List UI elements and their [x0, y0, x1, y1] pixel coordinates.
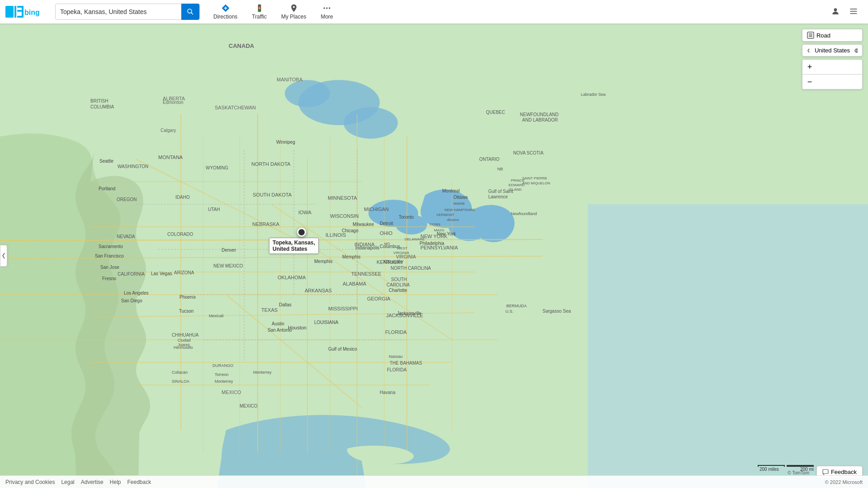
map-controls: Road United States + −	[802, 29, 863, 89]
svg-text:TEXAS: TEXAS	[261, 307, 278, 313]
svg-text:Milwaukee: Milwaukee	[353, 222, 374, 227]
svg-text:MISSISSIPPI: MISSISSIPPI	[328, 306, 358, 311]
svg-text:SOUTH: SOUTH	[391, 277, 407, 282]
svg-text:VERMONT: VERMONT	[436, 213, 454, 217]
svg-text:MINNESOTA: MINNESOTA	[328, 195, 357, 201]
zoom-out-button[interactable]: −	[802, 75, 817, 89]
nav-buttons: Directions Traffic My Places	[207, 2, 340, 22]
svg-point-20	[834, 8, 837, 11]
directions-label: Directions	[213, 14, 237, 20]
map-container[interactable]: CANADA ALBERTA SASKATCHEWAN MANITOBA BRI…	[0, 23, 868, 488]
bing-logo[interactable]: bing	[0, 5, 52, 19]
sidebar-collapse-button[interactable]	[0, 245, 7, 267]
traffic-label: Traffic	[252, 14, 267, 20]
my-places-label: My Places	[281, 14, 306, 20]
svg-text:WASHINGTON: WASHINGTON	[118, 164, 148, 169]
svg-rect-23	[850, 13, 857, 14]
svg-text:CALIFORNIA: CALIFORNIA	[118, 272, 145, 277]
svg-text:AND MIQUELON: AND MIQUELON	[522, 181, 550, 185]
svg-rect-3	[17, 10, 22, 12]
svg-text:Toronto: Toronto	[399, 215, 414, 220]
svg-text:Winnipeg: Winnipeg	[276, 140, 295, 145]
svg-text:Phoenix: Phoenix	[179, 295, 196, 300]
svg-text:•Boston: •Boston	[447, 218, 459, 222]
pin-label: Topeka, Kansas, United States	[269, 238, 319, 254]
svg-text:Austin: Austin	[272, 321, 284, 326]
svg-text:CAROLINA: CAROLINA	[387, 282, 410, 287]
svg-text:SOUTH DAKOTA: SOUTH DAKOTA	[253, 192, 292, 197]
svg-text:Lawrence: Lawrence	[488, 194, 508, 199]
svg-text:Charlotte: Charlotte	[389, 288, 407, 293]
zoom-controls: + −	[802, 59, 863, 89]
svg-text:Seattle: Seattle	[99, 159, 114, 164]
svg-text:NEW MEXICO: NEW MEXICO	[213, 263, 243, 268]
svg-rect-22	[850, 11, 857, 12]
svg-text:TENNESSEE: TENNESSEE	[351, 271, 382, 277]
svg-text:VIRGINIA: VIRGINIA	[396, 254, 416, 259]
svg-text:CANADA: CANADA	[229, 42, 255, 49]
svg-rect-194	[823, 469, 828, 474]
svg-text:WISCONSIN: WISCONSIN	[330, 213, 359, 219]
svg-text:Calgary: Calgary	[160, 128, 176, 133]
svg-text:MAINE: MAINE	[453, 202, 465, 206]
svg-point-7	[188, 9, 192, 13]
svg-text:OREGON: OREGON	[117, 197, 137, 202]
svg-point-15	[259, 9, 260, 11]
privacy-link[interactable]: Privacy and Cookies	[5, 479, 55, 485]
svg-point-19	[329, 7, 330, 9]
svg-text:MEXICO: MEXICO	[222, 389, 241, 395]
search-input[interactable]	[56, 8, 181, 15]
svg-text:Portland: Portland	[99, 186, 115, 191]
svg-text:Houston: Houston	[288, 325, 307, 330]
svg-text:LOUISIANA: LOUISIANA	[314, 320, 339, 325]
copyright: © 2022 Microsoft	[825, 479, 863, 485]
svg-text:Ciudad: Ciudad	[178, 338, 191, 343]
svg-text:Jacksonville: Jacksonville	[397, 311, 421, 316]
svg-text:Klansville: Klansville	[383, 259, 403, 264]
svg-text:bing: bing	[24, 9, 40, 16]
svg-text:ONTARIO: ONTARIO	[479, 157, 500, 162]
traffic-button[interactable]: Traffic	[245, 2, 273, 22]
svg-text:Sacramento: Sacramento	[99, 244, 123, 249]
svg-text:COLUMBIA: COLUMBIA	[90, 104, 114, 109]
svg-text:OKLAHOMA: OKLAHOMA	[278, 275, 306, 280]
scale-left: 200 miles	[760, 467, 779, 472]
more-button[interactable]: More	[314, 2, 339, 22]
svg-text:DURANGO: DURANGO	[212, 363, 233, 368]
my-places-button[interactable]: My Places	[275, 2, 312, 22]
user-button[interactable]	[828, 4, 843, 20]
directions-button[interactable]: Directions	[207, 2, 244, 22]
svg-text:SASKATCHEWAN: SASKATCHEWAN	[215, 105, 256, 110]
legal-link[interactable]: Legal	[61, 479, 74, 485]
svg-text:MICHIGAN: MICHIGAN	[364, 206, 389, 212]
svg-line-8	[191, 13, 193, 14]
svg-text:Denver: Denver	[222, 248, 236, 253]
svg-text:Havana: Havana	[380, 390, 396, 395]
svg-text:BRITISH: BRITISH	[90, 99, 108, 103]
map-pin: Topeka, Kansas, United States	[285, 232, 319, 254]
svg-rect-21	[850, 9, 857, 9]
svg-text:OHIO: OHIO	[380, 230, 393, 236]
svg-text:NEW HAMPSHIRE: NEW HAMPSHIRE	[444, 208, 475, 212]
svg-text:NEWFOUNDLAND: NEWFOUNDLAND	[520, 112, 559, 117]
feedback-label: Feedback	[831, 469, 857, 475]
zoom-in-button[interactable]: +	[802, 60, 817, 74]
svg-text:Detroit: Detroit	[380, 221, 393, 226]
svg-text:NORTH DAKOTA: NORTH DAKOTA	[251, 161, 291, 167]
road-label: Road	[816, 32, 830, 39]
svg-text:Sargasso Sea: Sargasso Sea	[542, 309, 571, 314]
svg-text:Philadelphia: Philadelphia	[420, 241, 444, 246]
footer-feedback-link[interactable]: Feedback	[127, 479, 151, 485]
road-view-button[interactable]: Road	[802, 29, 863, 42]
svg-rect-0	[5, 6, 14, 18]
svg-point-16	[293, 6, 295, 8]
region-button[interactable]: United States	[802, 44, 863, 56]
menu-button[interactable]	[846, 4, 861, 20]
search-button[interactable]	[181, 4, 199, 20]
svg-text:CONN.: CONN.	[429, 222, 441, 226]
svg-text:Edmonton: Edmonton	[163, 100, 184, 105]
advertise-link[interactable]: Advertise	[81, 479, 104, 485]
help-link[interactable]: Help	[110, 479, 121, 485]
svg-text:SAINT PIERRE: SAINT PIERRE	[522, 176, 547, 180]
svg-text:FLORIDA: FLORIDA	[385, 329, 407, 335]
